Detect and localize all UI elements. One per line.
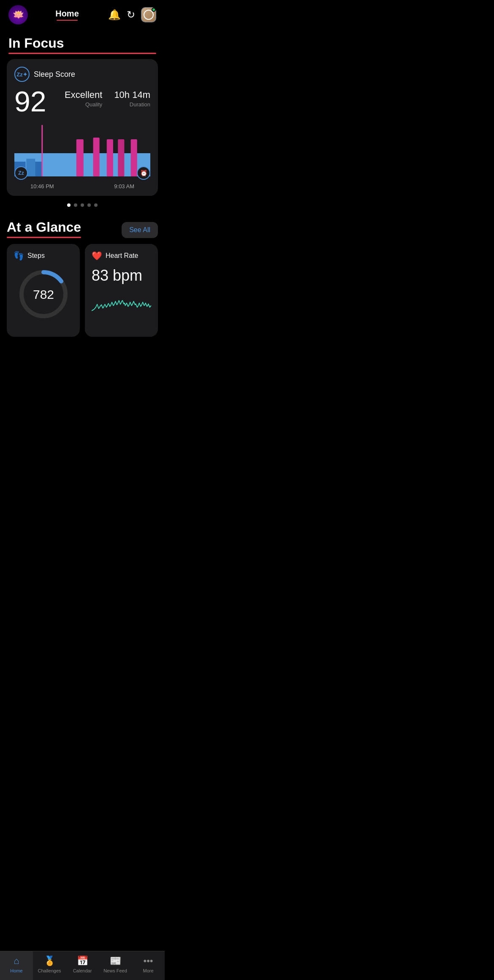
steps-ring-svg: 782 <box>16 267 71 322</box>
svg-rect-10 <box>107 139 113 176</box>
steps-ring: 782 <box>14 267 73 322</box>
svg-rect-13 <box>125 153 130 176</box>
heart-rate-label: Heart Rate <box>106 252 138 260</box>
sleep-quality-value: Excellent <box>65 89 102 100</box>
heart-rate-card[interactable]: ❤️ Heart Rate 83 bpm <box>85 244 158 337</box>
sleep-duration-label: Duration <box>114 101 150 108</box>
heart-rate-chart <box>92 290 151 323</box>
header-title: Home <box>55 9 79 19</box>
svg-rect-4 <box>41 125 43 176</box>
dot-5[interactable] <box>94 203 98 207</box>
in-focus-title-wrap: In Focus <box>8 35 156 54</box>
at-a-glance-underline <box>7 237 81 238</box>
in-focus-underline <box>8 53 156 54</box>
metrics-row: 👣 Steps 782 ❤️ Heart Rate 83 bpm <box>0 244 165 345</box>
watch-avatar-wrap <box>141 7 156 22</box>
online-indicator <box>152 8 156 12</box>
heart-rate-svg <box>92 290 151 323</box>
svg-rect-7 <box>84 153 92 176</box>
sleep-end-time: 9:03 AM <box>114 183 134 190</box>
sleep-chart: Zz ⏰ 10:46 PM 9:03 AM <box>14 122 150 189</box>
sleep-stats: 92 Excellent Quality 10h 14m Duration <box>14 87 150 116</box>
steps-card[interactable]: 👣 Steps 782 <box>7 244 80 337</box>
heart-rate-header: ❤️ Heart Rate <box>92 251 151 261</box>
sleep-duration-value: 10h 14m <box>114 89 150 100</box>
header: 🪷 Home 🔔 ↻ <box>0 0 165 28</box>
svg-rect-11 <box>114 153 117 176</box>
dot-3[interactable] <box>81 203 84 207</box>
header-underline <box>57 20 78 21</box>
sleep-times-row: 10:46 PM 9:03 AM <box>14 183 150 190</box>
dot-1[interactable] <box>67 203 71 207</box>
sleep-icon: Zz✦ <box>14 67 30 82</box>
svg-text:782: 782 <box>33 287 54 301</box>
svg-rect-14 <box>131 139 137 176</box>
sleep-card-header: Zz✦ Sleep Score <box>14 67 150 82</box>
refresh-icon[interactable]: ↻ <box>127 9 135 21</box>
bell-icon[interactable]: 🔔 <box>108 9 121 21</box>
svg-rect-12 <box>118 139 124 176</box>
steps-header: 👣 Steps <box>14 251 73 261</box>
heart-rate-value: 83 bpm <box>92 267 151 284</box>
svg-rect-8 <box>93 138 100 176</box>
heart-icon: ❤️ <box>92 251 102 261</box>
at-a-glance-header: At a Glance See All <box>0 216 165 244</box>
steps-icon: 👣 <box>14 251 24 261</box>
svg-rect-3 <box>35 162 42 176</box>
sleep-end-icon: ⏰ <box>137 166 150 180</box>
app-icon[interactable]: 🪷 <box>8 5 28 24</box>
sleep-duration: 10h 14m Duration <box>114 89 150 108</box>
svg-rect-9 <box>100 153 106 176</box>
carousel-dots <box>0 196 165 216</box>
steps-label: Steps <box>27 252 45 260</box>
in-focus-title: In Focus <box>8 35 64 51</box>
sleep-score-value: 92 <box>14 87 46 116</box>
header-left: 🪷 <box>8 5 30 24</box>
see-all-button[interactable]: See All <box>122 222 158 238</box>
at-a-glance-title: At a Glance <box>7 219 81 235</box>
sleep-card-label: Sleep Score <box>34 70 75 79</box>
dot-2[interactable] <box>74 203 77 207</box>
sleep-start-icon: Zz <box>14 166 28 180</box>
main-content: In Focus Zz✦ Sleep Score 92 Excellent Qu… <box>0 28 165 379</box>
dot-4[interactable] <box>87 203 91 207</box>
header-right: 🔔 ↻ <box>100 7 156 22</box>
svg-rect-6 <box>76 139 84 176</box>
sleep-meta: Excellent Quality 10h 14m Duration <box>65 89 150 108</box>
sleep-card[interactable]: Zz✦ Sleep Score 92 Excellent Quality 10h… <box>7 59 158 196</box>
sleep-quality-label: Quality <box>65 101 102 108</box>
at-a-glance-title-wrap: At a Glance <box>7 219 81 238</box>
sleep-quality: Excellent Quality <box>65 89 102 108</box>
sleep-chart-svg <box>14 122 150 181</box>
in-focus-section-header: In Focus <box>0 28 165 59</box>
header-center: Home <box>55 9 79 21</box>
svg-rect-5 <box>43 153 75 176</box>
sleep-start-time: 10:46 PM <box>30 183 54 190</box>
